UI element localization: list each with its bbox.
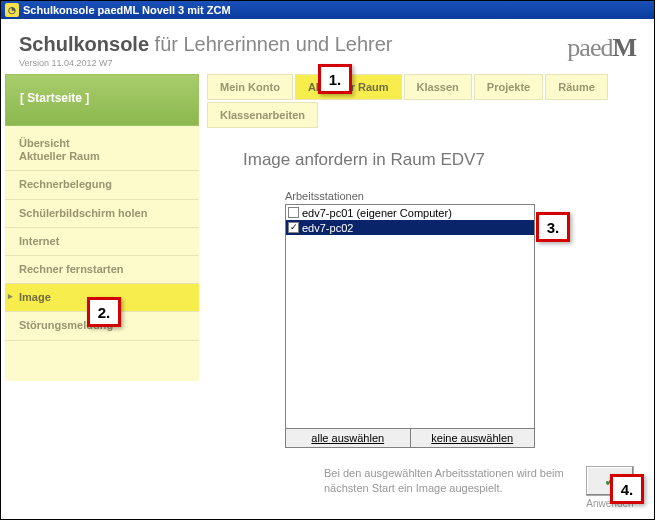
sidebar-item-fernstarten[interactable]: Rechner fernstarten xyxy=(5,256,199,284)
brand-logo: paedM xyxy=(567,33,636,68)
sidebar-item-internet[interactable]: Internet xyxy=(5,228,199,256)
tab-projekte[interactable]: Projekte xyxy=(474,74,543,100)
tab-klassen[interactable]: Klassen xyxy=(404,74,472,100)
sidebar-item-uebersicht[interactable]: ÜbersichtAktueller Raum xyxy=(5,130,199,171)
callout-1: 1. xyxy=(318,64,352,94)
list-item-label: edv7-pc02 xyxy=(302,222,353,234)
window-title: Schulkonsole paedML Novell 3 mit ZCM xyxy=(23,4,231,16)
checkbox-icon[interactable]: ✓ xyxy=(288,222,299,233)
startseite-button[interactable]: [ Startseite ] xyxy=(5,74,199,126)
callout-4: 4. xyxy=(610,474,644,504)
checkbox-icon[interactable] xyxy=(288,207,299,218)
sidebar-item-rechnerbelegung[interactable]: Rechnerbelegung xyxy=(5,171,199,199)
tab-raeume[interactable]: Räume xyxy=(545,74,608,100)
callout-3: 3. xyxy=(536,212,570,242)
app-title: Schulkonsole für Lehrerinnen und Lehrer xyxy=(19,33,393,56)
list-item-label: edv7-pc01 (eigener Computer) xyxy=(302,207,452,219)
workstations-listbox[interactable]: edv7-pc01 (eigener Computer) ✓ edv7-pc02 xyxy=(285,204,535,429)
select-all-button[interactable]: alle auswählen xyxy=(285,428,411,448)
active-arrow-icon: ▸ xyxy=(8,291,13,302)
workstations-label: Arbeitsstationen xyxy=(285,190,640,202)
sidebar: ÜbersichtAktueller Raum Rechnerbelegung … xyxy=(5,126,199,381)
list-item[interactable]: edv7-pc01 (eigener Computer) xyxy=(286,205,534,220)
page-heading: Image anfordern in Raum EDV7 xyxy=(243,150,640,170)
select-none-button[interactable]: keine auswählen xyxy=(411,428,536,448)
callout-2: 2. xyxy=(87,297,121,327)
sidebar-item-schuelerbildschirm[interactable]: Schülerbildschirm holen xyxy=(5,200,199,228)
tab-klassenarbeiten[interactable]: Klassenarbeiten xyxy=(207,102,318,128)
tab-mein-konto[interactable]: Mein Konto xyxy=(207,74,293,100)
footer-hint: Bei den ausgewählten Arbeitsstationen wi… xyxy=(324,466,574,496)
list-item[interactable]: ✓ edv7-pc02 xyxy=(286,220,534,235)
app-icon: ◔ xyxy=(5,3,19,17)
window-titlebar: ◔ Schulkonsole paedML Novell 3 mit ZCM xyxy=(1,1,654,19)
